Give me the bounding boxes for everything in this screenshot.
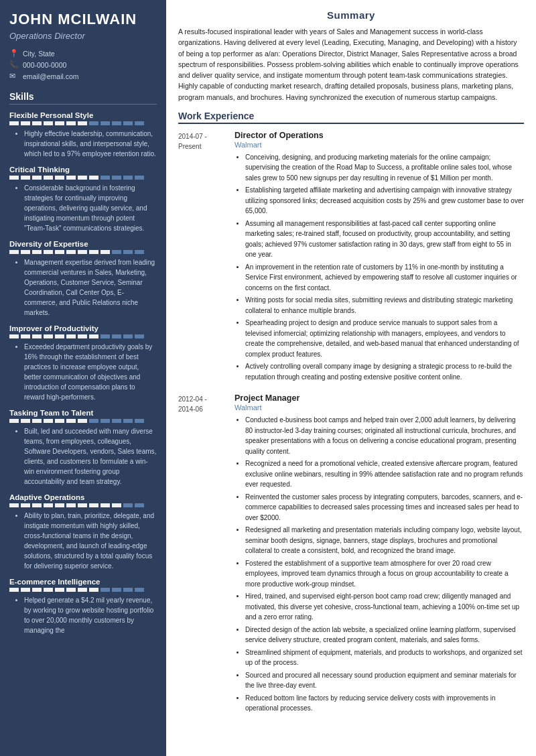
skill-bar-block — [78, 419, 87, 423]
skill-bar-block — [32, 176, 42, 180]
job-entry: 2012-04 -2014-06Project ManagerWalmartCo… — [178, 393, 524, 716]
skill-bar-block — [123, 250, 133, 254]
contact-email: ✉ email@email.com — [9, 72, 157, 80]
skill-bar-block — [135, 334, 144, 338]
skills-section-label: Skills — [9, 91, 157, 105]
skill-bar-block — [135, 419, 144, 423]
skill-bar-block — [100, 588, 110, 592]
skill-bar-block — [21, 176, 30, 180]
skill-bar-block — [100, 250, 110, 254]
skill-item: Critical ThinkingConsiderable background… — [9, 166, 157, 233]
skill-bullets: Built, led and succeeded with many diver… — [9, 426, 157, 487]
skill-bar-block — [112, 176, 121, 180]
skill-bar-block — [123, 176, 133, 180]
skill-bar-block — [123, 419, 133, 423]
skill-bullets: Highly effective leadership, communicati… — [9, 129, 157, 159]
location-icon: 📍 — [9, 49, 19, 58]
skill-item: Tasking Team to TalentBuilt, led and suc… — [9, 409, 157, 487]
skill-bullet-item: Built, led and succeeded with many diver… — [24, 426, 157, 487]
skill-bar-block — [89, 176, 98, 180]
skill-bar-block — [32, 334, 42, 338]
job-bullet-item: Assuming all management responsibilities… — [245, 218, 524, 260]
job-bullet-item: Reinvented the customer sales process by… — [245, 492, 524, 523]
job-bullet-item: Conceiving, designing, and producing mar… — [245, 152, 524, 184]
skill-name: Flexible Personal Style — [9, 111, 157, 119]
skill-bar-block — [66, 503, 76, 507]
skill-bullet-item: Considerable background in fostering str… — [24, 183, 157, 233]
job-bullet-item: Fostered the establishment of a supporti… — [245, 558, 524, 590]
skill-bar-block — [89, 334, 98, 338]
skill-bar-block — [78, 588, 87, 592]
skill-bar-block — [44, 176, 53, 180]
job-dates: 2012-04 -2014-06 — [178, 393, 225, 716]
job-bullet-item: Redesigned all marketing and presentatio… — [245, 525, 524, 556]
skill-bar-block — [66, 250, 76, 254]
email-icon: ✉ — [9, 72, 19, 80]
job-bullet-item: Actively controlling overall company ima… — [245, 361, 524, 382]
skill-bar-block — [66, 334, 76, 338]
skill-bullets: Considerable background in fostering str… — [9, 183, 157, 233]
skill-name: E-commerce Intelligence — [9, 578, 157, 586]
main-content: Summary A results-focused inspirational … — [166, 0, 536, 756]
skill-bar-block — [32, 250, 42, 254]
skill-bar-block — [100, 503, 110, 507]
contact-location: 📍 City, State — [9, 49, 157, 58]
job-bullet-item: Streamlined shipment of equipment, mater… — [245, 647, 524, 668]
job-bullet-list: Conceiving, designing, and producing mar… — [234, 152, 524, 383]
summary-text: A results-focused inspirational leader w… — [178, 26, 524, 103]
skill-bar-block — [21, 250, 30, 254]
skill-bar — [9, 121, 157, 125]
skill-bar-block — [9, 503, 19, 507]
skill-bar-block — [32, 503, 42, 507]
skill-item: Diversity of ExpertiseManagement experti… — [9, 240, 157, 318]
job-dates: 2014-07 -Present — [178, 131, 225, 385]
skill-bar-block — [89, 588, 98, 592]
skill-bullet-item: Highly effective leadership, communicati… — [24, 129, 157, 159]
skill-bar-block — [135, 121, 144, 125]
skill-bar-block — [44, 419, 53, 423]
skill-bar-block — [78, 250, 87, 254]
skill-bar-block — [100, 334, 110, 338]
skill-bar-block — [21, 588, 30, 592]
skill-bar-block — [78, 121, 87, 125]
skill-item: Flexible Personal StyleHighly effective … — [9, 111, 157, 159]
skill-bar — [9, 176, 157, 180]
skill-bullet-item: Ability to plan, train, prioritize, dele… — [24, 511, 157, 571]
skill-bar-block — [44, 503, 53, 507]
job-entry: 2014-07 -PresentDirector of OperationsWa… — [178, 131, 524, 385]
skill-bar-block — [100, 419, 110, 423]
skill-bar — [9, 503, 157, 507]
skill-bar-block — [135, 588, 144, 592]
skill-bar-block — [21, 121, 30, 125]
skill-bar-block — [100, 176, 110, 180]
skill-bar-block — [66, 176, 76, 180]
skill-bar-block — [66, 588, 76, 592]
contact-phone: 📞 000-000-0000 — [9, 60, 157, 69]
skill-bar-block — [123, 334, 133, 338]
skill-name: Critical Thinking — [9, 166, 157, 174]
skill-bar — [9, 588, 157, 592]
skill-bar-block — [21, 334, 30, 338]
skill-bar-block — [32, 588, 42, 592]
skill-name: Diversity of Expertise — [9, 240, 157, 248]
skill-bar-block — [9, 121, 19, 125]
skill-item: E-commerce IntelligenceHelped generate a… — [9, 578, 157, 635]
skill-bar-block — [44, 588, 53, 592]
skill-bar-block — [9, 176, 19, 180]
work-experience-header: Work Experience — [178, 111, 524, 124]
skill-bar — [9, 250, 157, 254]
skill-bar-block — [123, 588, 133, 592]
skill-bar-block — [89, 419, 98, 423]
phone-icon: 📞 — [9, 60, 19, 69]
person-title: Operations Director — [9, 31, 157, 41]
skill-bar-block — [112, 588, 121, 592]
skill-bar-block — [78, 334, 87, 338]
skill-name: Improver of Productivity — [9, 324, 157, 332]
skill-bar-block — [123, 503, 133, 507]
skill-bar-block — [55, 121, 64, 125]
skill-bar-block — [9, 250, 19, 254]
skill-bar-block — [112, 503, 121, 507]
job-details: Director of OperationsWalmartConceiving,… — [234, 131, 524, 385]
skill-bullet-item: Management expertise derived from leadin… — [24, 257, 157, 318]
skill-bar-block — [89, 503, 98, 507]
